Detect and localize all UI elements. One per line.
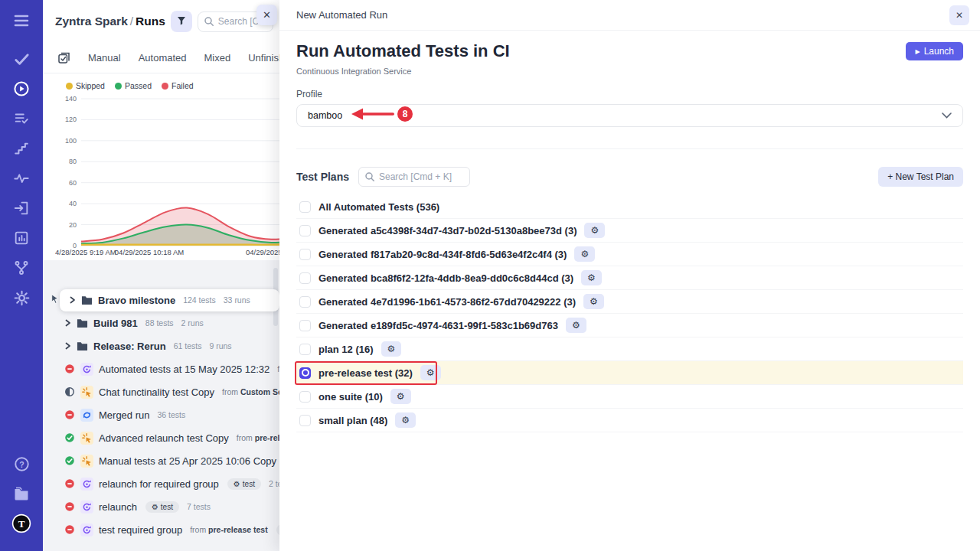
library-icon[interactable] xyxy=(11,484,31,504)
new-test-plan-button[interactable]: + New Test Plan xyxy=(878,167,963,187)
settings-icon[interactable] xyxy=(11,288,31,308)
run-row[interactable]: Manual tests at 25 Apr 2025 10:06 Copyfr… xyxy=(43,449,279,472)
section-divider xyxy=(296,148,963,149)
run-label: Automated tests at 15 May 2025 12:32 xyxy=(99,364,270,375)
help-icon[interactable]: ? xyxy=(11,454,31,474)
test-plan-settings-button[interactable]: ⚙ xyxy=(381,341,402,357)
test-plan-row[interactable]: one suite (10)⚙ xyxy=(296,385,963,409)
test-plan-settings-button[interactable]: ⚙ xyxy=(566,318,586,333)
chevron-right-icon[interactable] xyxy=(64,342,71,350)
test-plan-checkbox[interactable] xyxy=(299,296,311,308)
run-row[interactable]: Advanced relaunch test Copyfrom pre-rele… xyxy=(43,426,279,449)
test-plans-icon[interactable] xyxy=(11,109,31,129)
test-plan-row[interactable]: Generated f817ab20-9c8d-434f-8fd6-5d63e4… xyxy=(296,243,963,266)
test-plan-checkbox[interactable] xyxy=(299,249,311,260)
run-label: relaunch for required group xyxy=(99,478,219,490)
run-tag: ⚙test xyxy=(145,501,179,513)
test-plan-settings-button[interactable]: ⚙ xyxy=(395,412,416,428)
test-plan-settings-button[interactable]: ⚙ xyxy=(574,246,595,262)
menu-icon[interactable] xyxy=(11,11,31,31)
panel-close-button[interactable]: ✕ xyxy=(256,5,277,25)
test-plan-settings-button[interactable]: ⚙ xyxy=(390,389,411,404)
select-runs-icon[interactable] xyxy=(57,51,70,64)
test-plan-label: Generated bca8f6f2-12fa-4ddb-8ea9-dd0c6c… xyxy=(318,272,573,284)
logo-icon[interactable]: T xyxy=(11,514,31,533)
run-row[interactable]: relaunch for required group⚙test2 tests xyxy=(43,472,279,495)
svg-text:4/28/2025 9:19 AM: 4/28/2025 9:19 AM xyxy=(55,248,116,256)
test-plan-row[interactable]: Generated 4e7d1996-1b61-4573-86f2-67dd70… xyxy=(296,290,963,314)
test-plan-label: small plan (48) xyxy=(318,415,387,426)
modal-close-button[interactable]: ✕ xyxy=(949,5,969,25)
run-label: test required group xyxy=(99,524,182,536)
test-plan-label: Generated f817ab20-9c8d-434f-8fd6-5d63e4… xyxy=(318,249,567,260)
test-plan-checkbox[interactable] xyxy=(299,344,311,355)
profile-select[interactable]: bamboo 8 xyxy=(296,104,963,127)
test-plan-settings-button[interactable]: ⚙ xyxy=(581,270,602,285)
test-plan-settings-button[interactable]: ⚙ xyxy=(420,365,441,380)
test-plan-checkbox[interactable] xyxy=(299,367,311,379)
runs-icon[interactable] xyxy=(11,79,31,99)
test-plan-checkbox[interactable] xyxy=(299,320,311,331)
chevron-right-icon[interactable] xyxy=(64,319,71,327)
test-plan-row[interactable]: Generated a5c4398f-34d7-43d7-b02d-5130a8… xyxy=(296,219,963,243)
run-row[interactable]: Automated tests at 15 May 2025 12:32from… xyxy=(43,357,279,380)
run-row[interactable]: Chat functinality test Copyfrom Custom S… xyxy=(43,380,279,403)
status-in-progress-icon xyxy=(64,386,75,397)
run-label: Build 981 xyxy=(93,318,138,329)
tab-unfinished[interactable]: Unfinished xyxy=(248,52,279,64)
reports-icon[interactable] xyxy=(11,228,31,248)
test-plan-settings-button[interactable]: ⚙ xyxy=(583,294,604,309)
test-plan-checkbox[interactable] xyxy=(299,225,311,236)
annotation-arrow: 8 xyxy=(347,105,417,126)
run-row[interactable]: relaunch⚙test7 tests xyxy=(43,495,279,518)
sidebar: ?T xyxy=(0,0,43,551)
test-plan-label: Generated e189fd5c-4974-4631-99f1-583c1b… xyxy=(318,320,558,331)
test-plan-row[interactable]: All Automated Tests (536) xyxy=(296,195,963,219)
run-row[interactable]: Merged run36 tests xyxy=(43,403,279,426)
defects-icon[interactable] xyxy=(11,258,31,278)
filter-button[interactable] xyxy=(171,11,192,32)
breadcrumb-project[interactable]: Zyntra Spark xyxy=(55,15,128,28)
gear-icon: ⚙ xyxy=(234,480,240,488)
test-plan-label: pre-release test (32) xyxy=(318,367,413,379)
legend-dot xyxy=(115,83,122,90)
test-plan-label: Generated 4e7d1996-1b61-4573-86f2-67dd70… xyxy=(318,296,576,308)
run-group-row[interactable]: Build 98188 tests2 runs xyxy=(43,311,279,334)
profile-value: bamboo xyxy=(308,110,342,121)
test-plan-checkbox[interactable] xyxy=(299,272,311,284)
tab-mixed[interactable]: Mixed xyxy=(204,52,231,64)
breadcrumb: Zyntra Spark/Runs xyxy=(55,15,165,28)
run-group-row[interactable]: Bravo milestone124 tests33 runs xyxy=(43,289,279,311)
svg-text:8: 8 xyxy=(403,109,408,119)
launch-button[interactable]: ▶ Launch xyxy=(906,42,963,60)
tab-manual[interactable]: Manual xyxy=(88,52,121,64)
breadcrumb-separator: / xyxy=(128,15,136,28)
test-plan-checkbox[interactable] xyxy=(299,415,311,426)
test-plan-checkbox[interactable] xyxy=(299,391,311,403)
test-plan-row[interactable]: small plan (48)⚙ xyxy=(296,409,963,432)
tab-automated[interactable]: Automated xyxy=(139,52,187,64)
chevron-right-icon[interactable] xyxy=(69,296,76,304)
test-plan-checkbox[interactable] xyxy=(299,201,311,213)
run-group-row[interactable]: Release: Rerun61 tests9 runs xyxy=(43,334,279,357)
filter-icon xyxy=(176,15,187,28)
run-tag: ⚙test xyxy=(227,478,261,490)
test-plan-row[interactable]: pre-release test (32)⚙ xyxy=(296,361,963,385)
test-plan-row[interactable]: plan 12 (16)⚙ xyxy=(296,337,963,361)
activity-icon[interactable] xyxy=(11,168,31,188)
chevron-down-icon xyxy=(942,112,952,119)
test-plan-settings-button[interactable]: ⚙ xyxy=(584,223,605,238)
test-plan-row[interactable]: Generated bca8f6f2-12fa-4ddb-8ea9-dd0c6c… xyxy=(296,266,963,290)
test-plan-label: Generated a5c4398f-34d7-43d7-b02d-5130a8… xyxy=(318,225,577,236)
milestones-icon[interactable] xyxy=(11,139,31,158)
test-plan-row[interactable]: Generated e189fd5c-4974-4631-99f1-583c1b… xyxy=(296,314,963,337)
run-row[interactable]: test required groupfrom pre-release test… xyxy=(43,518,279,541)
run-list: Bravo milestone124 tests33 runsBuild 981… xyxy=(43,260,279,551)
svg-text:120: 120 xyxy=(65,116,77,123)
runs-stats-chart: 0204060801001201404/28/2025 9:19 AM04/29… xyxy=(55,93,279,260)
folder-icon xyxy=(81,295,93,305)
run-type-manual-icon xyxy=(80,432,93,445)
run-label: Release: Rerun xyxy=(93,341,166,352)
launches-icon[interactable] xyxy=(11,198,31,218)
tests-icon[interactable] xyxy=(11,49,31,69)
